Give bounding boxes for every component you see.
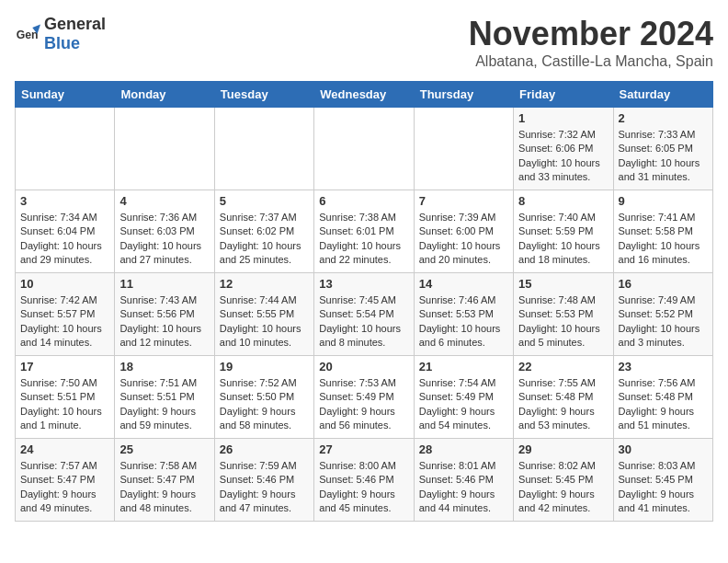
day-info: Sunrise: 7:57 AMSunset: 5:47 PMDaylight:…: [20, 459, 109, 516]
calendar-day-cell: 24Sunrise: 7:57 AMSunset: 5:47 PMDayligh…: [16, 439, 115, 522]
calendar-day-cell: 23Sunrise: 7:56 AMSunset: 5:48 PMDayligh…: [613, 356, 712, 439]
calendar-day-cell: 8Sunrise: 7:40 AMSunset: 5:59 PMDaylight…: [514, 190, 613, 273]
calendar-day-cell: 20Sunrise: 7:53 AMSunset: 5:49 PMDayligh…: [314, 356, 414, 439]
day-number: 28: [419, 442, 508, 456]
day-number: 24: [20, 442, 109, 456]
day-info: Sunrise: 8:01 AMSunset: 5:46 PMDaylight:…: [419, 459, 508, 516]
day-number: 13: [319, 277, 408, 291]
day-number: 27: [319, 442, 408, 456]
logo-icon: Gen: [15, 21, 40, 47]
weekday-header-cell: Thursday: [414, 82, 513, 108]
month-title: November 2024: [469, 15, 713, 53]
day-info: Sunrise: 7:46 AMSunset: 5:53 PMDaylight:…: [419, 293, 508, 350]
page-header: Gen General Blue November 2024 Albatana,…: [15, 15, 713, 70]
day-info: Sunrise: 7:56 AMSunset: 5:48 PMDaylight:…: [619, 376, 708, 433]
weekday-header-cell: Monday: [115, 82, 214, 108]
day-info: Sunrise: 7:45 AMSunset: 5:54 PMDaylight:…: [319, 293, 408, 350]
day-info: Sunrise: 7:37 AMSunset: 6:02 PMDaylight:…: [220, 211, 309, 268]
day-number: 25: [119, 442, 209, 456]
calendar-day-cell: 16Sunrise: 7:49 AMSunset: 5:52 PMDayligh…: [613, 273, 712, 356]
day-info: Sunrise: 8:00 AMSunset: 5:46 PMDaylight:…: [319, 459, 408, 516]
day-number: 7: [419, 194, 508, 208]
weekday-header-cell: Tuesday: [214, 82, 313, 108]
day-info: Sunrise: 7:54 AMSunset: 5:49 PMDaylight:…: [419, 376, 508, 433]
day-info: Sunrise: 7:38 AMSunset: 6:01 PMDaylight:…: [319, 211, 408, 268]
calendar-week-row: 17Sunrise: 7:50 AMSunset: 5:51 PMDayligh…: [16, 356, 713, 439]
day-info: Sunrise: 7:53 AMSunset: 5:49 PMDaylight:…: [319, 376, 408, 433]
day-number: 22: [518, 360, 608, 373]
calendar-day-cell: 27Sunrise: 8:00 AMSunset: 5:46 PMDayligh…: [314, 439, 414, 522]
day-number: 29: [518, 442, 608, 456]
day-number: 2: [619, 111, 708, 125]
calendar-day-cell: 7Sunrise: 7:39 AMSunset: 6:00 PMDaylight…: [414, 190, 513, 273]
day-info: Sunrise: 7:43 AMSunset: 5:56 PMDaylight:…: [119, 293, 209, 350]
day-info: Sunrise: 7:55 AMSunset: 5:48 PMDaylight:…: [518, 376, 608, 433]
day-number: 20: [319, 360, 408, 373]
calendar-day-cell: 11Sunrise: 7:43 AMSunset: 5:56 PMDayligh…: [115, 273, 214, 356]
weekday-header-cell: Sunday: [16, 82, 115, 108]
calendar-day-cell: [16, 108, 115, 190]
calendar-day-cell: 25Sunrise: 7:58 AMSunset: 5:47 PMDayligh…: [115, 439, 214, 522]
day-number: 14: [419, 277, 508, 291]
day-number: 19: [220, 360, 309, 373]
calendar-day-cell: 3Sunrise: 7:34 AMSunset: 6:04 PMDaylight…: [16, 190, 115, 273]
day-info: Sunrise: 7:48 AMSunset: 5:53 PMDaylight:…: [518, 293, 608, 350]
day-info: Sunrise: 7:41 AMSunset: 5:58 PMDaylight:…: [619, 211, 708, 268]
day-number: 12: [220, 277, 309, 291]
day-number: 16: [619, 277, 708, 291]
logo-blue: Blue: [44, 34, 80, 52]
day-info: Sunrise: 7:36 AMSunset: 6:03 PMDaylight:…: [119, 211, 209, 268]
location-title: Albatana, Castille-La Mancha, Spain: [469, 53, 713, 70]
title-block: November 2024 Albatana, Castille-La Manc…: [469, 15, 713, 70]
calendar-body: 1Sunrise: 7:32 AMSunset: 6:06 PMDaylight…: [16, 108, 713, 522]
day-number: 4: [119, 194, 209, 208]
calendar-table: SundayMondayTuesdayWednesdayThursdayFrid…: [15, 81, 713, 522]
day-number: 9: [619, 194, 708, 208]
day-info: Sunrise: 7:51 AMSunset: 5:51 PMDaylight:…: [119, 376, 209, 433]
day-info: Sunrise: 7:59 AMSunset: 5:46 PMDaylight:…: [220, 459, 309, 516]
calendar-day-cell: 26Sunrise: 7:59 AMSunset: 5:46 PMDayligh…: [214, 439, 313, 522]
weekday-header-cell: Wednesday: [314, 82, 414, 108]
day-number: 8: [518, 194, 608, 208]
day-number: 26: [220, 442, 309, 456]
day-number: 5: [220, 194, 309, 208]
day-number: 10: [20, 277, 109, 291]
day-info: Sunrise: 7:44 AMSunset: 5:55 PMDaylight:…: [220, 293, 309, 350]
calendar-week-row: 24Sunrise: 7:57 AMSunset: 5:47 PMDayligh…: [16, 439, 713, 522]
logo-general: General: [44, 15, 106, 33]
day-info: Sunrise: 7:39 AMSunset: 6:00 PMDaylight:…: [419, 211, 508, 268]
day-info: Sunrise: 7:34 AMSunset: 6:04 PMDaylight:…: [20, 211, 109, 268]
day-info: Sunrise: 7:32 AMSunset: 6:06 PMDaylight:…: [518, 128, 608, 185]
calendar-day-cell: 2Sunrise: 7:33 AMSunset: 6:05 PMDaylight…: [613, 108, 712, 190]
day-number: 21: [419, 360, 508, 373]
calendar-day-cell: 30Sunrise: 8:03 AMSunset: 5:45 PMDayligh…: [613, 439, 712, 522]
calendar-day-cell: [314, 108, 414, 190]
calendar-day-cell: 22Sunrise: 7:55 AMSunset: 5:48 PMDayligh…: [514, 356, 613, 439]
day-info: Sunrise: 7:33 AMSunset: 6:05 PMDaylight:…: [619, 128, 708, 185]
day-info: Sunrise: 8:02 AMSunset: 5:45 PMDaylight:…: [518, 459, 608, 516]
calendar-day-cell: 10Sunrise: 7:42 AMSunset: 5:57 PMDayligh…: [16, 273, 115, 356]
calendar-week-row: 1Sunrise: 7:32 AMSunset: 6:06 PMDaylight…: [16, 108, 713, 190]
calendar-week-row: 10Sunrise: 7:42 AMSunset: 5:57 PMDayligh…: [16, 273, 713, 356]
day-number: 11: [119, 277, 209, 291]
day-number: 3: [20, 194, 109, 208]
calendar-day-cell: 1Sunrise: 7:32 AMSunset: 6:06 PMDaylight…: [514, 108, 613, 190]
calendar-day-cell: 14Sunrise: 7:46 AMSunset: 5:53 PMDayligh…: [414, 273, 513, 356]
day-number: 23: [619, 360, 708, 373]
calendar-day-cell: 9Sunrise: 7:41 AMSunset: 5:58 PMDaylight…: [613, 190, 712, 273]
day-info: Sunrise: 7:50 AMSunset: 5:51 PMDaylight:…: [20, 376, 109, 433]
weekday-header-row: SundayMondayTuesdayWednesdayThursdayFrid…: [16, 82, 713, 108]
calendar-day-cell: [115, 108, 214, 190]
day-info: Sunrise: 7:42 AMSunset: 5:57 PMDaylight:…: [20, 293, 109, 350]
logo: Gen General Blue: [15, 15, 106, 53]
calendar-day-cell: 6Sunrise: 7:38 AMSunset: 6:01 PMDaylight…: [314, 190, 414, 273]
day-info: Sunrise: 7:52 AMSunset: 5:50 PMDaylight:…: [220, 376, 309, 433]
day-number: 6: [319, 194, 408, 208]
calendar-day-cell: 12Sunrise: 7:44 AMSunset: 5:55 PMDayligh…: [214, 273, 313, 356]
day-number: 18: [119, 360, 209, 373]
weekday-header-cell: Saturday: [613, 82, 712, 108]
calendar-day-cell: 19Sunrise: 7:52 AMSunset: 5:50 PMDayligh…: [214, 356, 313, 439]
calendar-day-cell: 17Sunrise: 7:50 AMSunset: 5:51 PMDayligh…: [16, 356, 115, 439]
calendar-day-cell: 5Sunrise: 7:37 AMSunset: 6:02 PMDaylight…: [214, 190, 313, 273]
calendar-day-cell: 13Sunrise: 7:45 AMSunset: 5:54 PMDayligh…: [314, 273, 414, 356]
